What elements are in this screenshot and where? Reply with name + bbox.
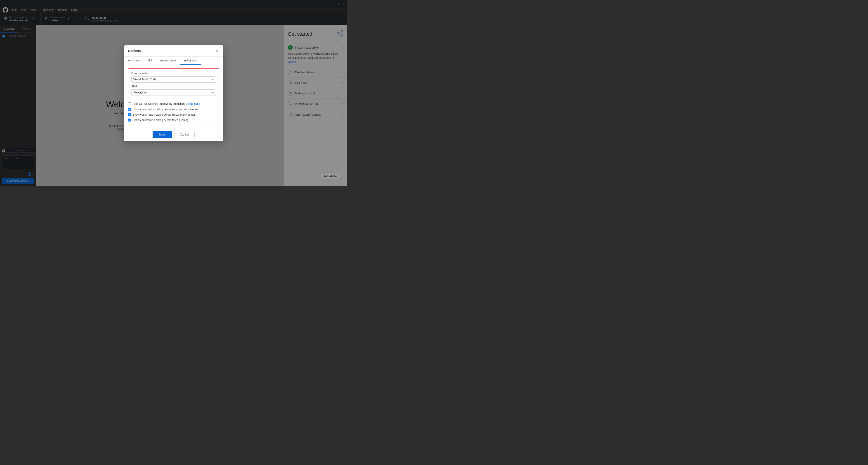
remove-repos-label: Show confirmation dialog before removing…	[133, 108, 198, 111]
checkbox-discard-changes-row: Show confirmation dialog before discardi…	[128, 113, 219, 116]
checkbox-usage-stats-row: Help GitHub Desktop improve by submittin…	[128, 102, 219, 105]
checkbox-force-push-row: Show confirmation dialog before force pu…	[128, 119, 219, 122]
discard-changes-checkbox[interactable]	[128, 113, 131, 116]
modal-title: Options	[128, 49, 141, 53]
modal-close-button[interactable]: ✕	[214, 48, 219, 53]
force-push-checkbox[interactable]	[128, 119, 131, 122]
modal-tabs: Accounts Git Appearance Advanced	[124, 57, 223, 65]
cancel-button[interactable]: Cancel	[174, 131, 195, 138]
force-push-label: Show confirmation dialog before force pu…	[133, 119, 188, 122]
modal-header: Options ✕	[124, 45, 223, 57]
modal-tab-appearance[interactable]: Appearance	[156, 57, 180, 65]
remove-repos-checkbox[interactable]	[128, 108, 131, 111]
modal-tab-git[interactable]: Git	[144, 57, 156, 65]
discard-changes-label: Show confirmation dialog before discardi…	[133, 113, 195, 116]
external-editor-select[interactable]: Visual Studio Code Atom Sublime Text Not…	[131, 76, 216, 82]
checkbox-remove-repos-row: Show confirmation dialog before removing…	[128, 108, 219, 111]
usage-stats-link[interactable]: usage stats	[186, 102, 200, 105]
modal-body: External editor Visual Studio Code Atom …	[124, 65, 223, 128]
shell-wrapper: PowerShell Command Prompt Git Bash WSL ▼	[131, 90, 216, 96]
options-modal: Options ✕ Accounts Git Appearance Advanc…	[124, 45, 223, 141]
modal-tab-accounts[interactable]: Accounts	[124, 57, 144, 65]
shell-label: Shell	[131, 85, 216, 88]
modal-footer: Save Cancel	[124, 128, 223, 141]
modal-overlay: Options ✕ Accounts Git Appearance Advanc…	[0, 0, 347, 186]
shell-select[interactable]: PowerShell Command Prompt Git Bash WSL	[131, 90, 216, 96]
form-section: External editor Visual Studio Code Atom …	[128, 68, 219, 99]
modal-tab-advanced[interactable]: Advanced	[180, 57, 201, 65]
save-button[interactable]: Save	[153, 131, 172, 138]
external-editor-wrapper: Visual Studio Code Atom Sublime Text Not…	[131, 76, 216, 82]
usage-stats-label: Help GitHub Desktop improve by submittin…	[133, 102, 200, 105]
usage-stats-checkbox[interactable]	[128, 102, 131, 105]
external-editor-label: External editor	[131, 72, 216, 75]
